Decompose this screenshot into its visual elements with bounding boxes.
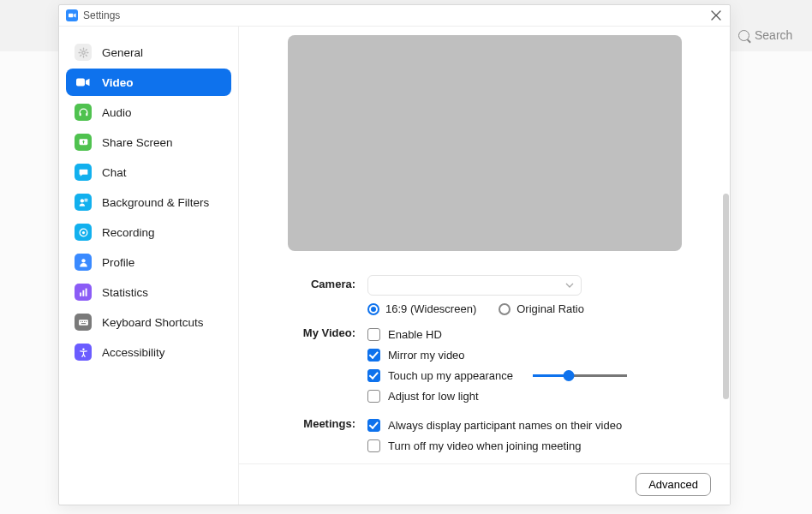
sidebar-item-label: Recording	[102, 226, 155, 239]
sidebar-item-label: Accessibility	[102, 346, 165, 359]
settings-modal: Settings General Video	[58, 4, 731, 505]
svg-rect-19	[81, 323, 85, 324]
sidebar-item-label: Statistics	[102, 286, 148, 299]
sidebar-item-label: Keyboard Shortcuts	[102, 316, 204, 329]
checkbox-label: Turn off my video when joining meeting	[388, 439, 581, 452]
svg-rect-2	[76, 79, 85, 87]
headset-icon	[75, 104, 92, 121]
window-title: Settings	[83, 9, 120, 21]
checkbox-mirror-video[interactable]	[367, 349, 380, 362]
advanced-button[interactable]: Advanced	[636, 473, 711, 496]
svg-point-10	[81, 259, 85, 262]
svg-rect-11	[80, 292, 81, 296]
checkbox-label: Mirror my video	[388, 349, 465, 362]
svg-point-20	[82, 348, 84, 350]
radio-dot-icon	[367, 303, 379, 315]
svg-rect-3	[79, 113, 81, 116]
checkbox-touch-up-appearance[interactable]	[367, 369, 380, 382]
checkbox-enable-hd[interactable]	[367, 328, 380, 341]
checkbox-label: Touch up my appearance	[388, 369, 513, 382]
radio-dot-icon	[499, 303, 510, 315]
sidebar-item-profile[interactable]: Profile	[66, 248, 231, 276]
svg-rect-17	[84, 320, 85, 321]
modal-titlebar: Settings	[59, 5, 730, 27]
my-video-label: My Video:	[265, 324, 367, 339]
sidebar-item-audio[interactable]: Audio	[66, 99, 231, 126]
search-placeholder: Search	[755, 28, 792, 42]
svg-rect-15	[80, 320, 81, 321]
share-screen-icon	[75, 134, 92, 151]
sidebar-item-chat[interactable]: Chat	[66, 158, 231, 186]
radio-original-ratio[interactable]: Original Ratio	[499, 302, 584, 315]
svg-point-1	[81, 51, 84, 53]
checkbox-adjust-low-light[interactable]	[367, 390, 380, 403]
sidebar-item-accessibility[interactable]: Accessibility	[66, 338, 231, 366]
svg-rect-7	[84, 198, 87, 201]
sidebar-item-label: Chat	[102, 166, 127, 179]
sidebar-item-video[interactable]: Video	[66, 69, 231, 96]
settings-sidebar: General Video Audio Share Screen	[59, 27, 239, 505]
svg-rect-16	[81, 320, 82, 321]
checkbox-turn-off-video-on-join[interactable]	[367, 439, 380, 452]
meetings-label: Meetings:	[265, 415, 367, 430]
background-filters-icon	[75, 194, 92, 211]
svg-point-6	[80, 199, 83, 202]
sidebar-item-keyboard-shortcuts[interactable]: Keyboard Shortcuts	[66, 308, 231, 336]
checkbox-display-participant-names[interactable]	[367, 419, 380, 432]
search-icon	[738, 30, 749, 41]
checkbox-label: Always display participant names on thei…	[388, 419, 622, 432]
gear-icon	[75, 44, 92, 61]
sidebar-item-background-filters[interactable]: Background & Filters	[66, 188, 231, 216]
svg-rect-13	[85, 288, 87, 296]
sidebar-item-share-screen[interactable]: Share Screen	[66, 128, 231, 156]
close-button[interactable]	[708, 7, 725, 24]
sidebar-item-label: Profile	[102, 256, 134, 269]
radio-widescreen[interactable]: 16:9 (Widescreen)	[367, 302, 476, 315]
camera-label: Camera:	[265, 275, 367, 290]
radio-label: 16:9 (Widescreen)	[385, 302, 476, 315]
svg-rect-12	[82, 290, 84, 296]
chat-icon	[75, 164, 92, 181]
statistics-icon	[75, 284, 92, 301]
svg-rect-0	[69, 14, 73, 18]
slider-knob-icon	[563, 370, 574, 381]
sidebar-item-label: General	[102, 46, 143, 59]
sidebar-item-label: Share Screen	[102, 136, 173, 149]
recording-icon	[75, 224, 92, 241]
user-icon	[75, 254, 92, 271]
sidebar-item-label: Background & Filters	[102, 196, 209, 209]
keyboard-icon	[75, 314, 92, 331]
touch-up-slider[interactable]	[533, 374, 627, 377]
content-footer: Advanced	[239, 463, 730, 505]
accessibility-icon	[75, 344, 92, 361]
vertical-scrollbar[interactable]	[723, 194, 729, 399]
sidebar-item-general[interactable]: General	[66, 39, 231, 66]
radio-label: Original Ratio	[516, 302, 584, 315]
camera-preview	[288, 35, 682, 251]
zoom-logo-icon	[66, 9, 78, 21]
svg-rect-4	[86, 113, 87, 116]
checkbox-label: Adjust for low light	[388, 390, 479, 403]
camera-dropdown[interactable]	[367, 275, 582, 296]
background-search[interactable]: Search	[738, 24, 802, 46]
sidebar-item-statistics[interactable]: Statistics	[66, 278, 231, 306]
svg-point-9	[81, 230, 84, 233]
sidebar-item-label: Video	[102, 76, 134, 89]
chevron-down-icon	[565, 283, 574, 288]
checkbox-label: Enable HD	[388, 328, 442, 341]
svg-rect-14	[79, 320, 88, 326]
sidebar-item-recording[interactable]: Recording	[66, 218, 231, 246]
sidebar-item-label: Audio	[102, 106, 132, 119]
settings-content: Camera: 16:9 (Widescreen)	[239, 27, 730, 505]
close-icon	[711, 10, 721, 21]
camcorder-icon	[75, 74, 92, 91]
svg-rect-18	[86, 320, 87, 321]
